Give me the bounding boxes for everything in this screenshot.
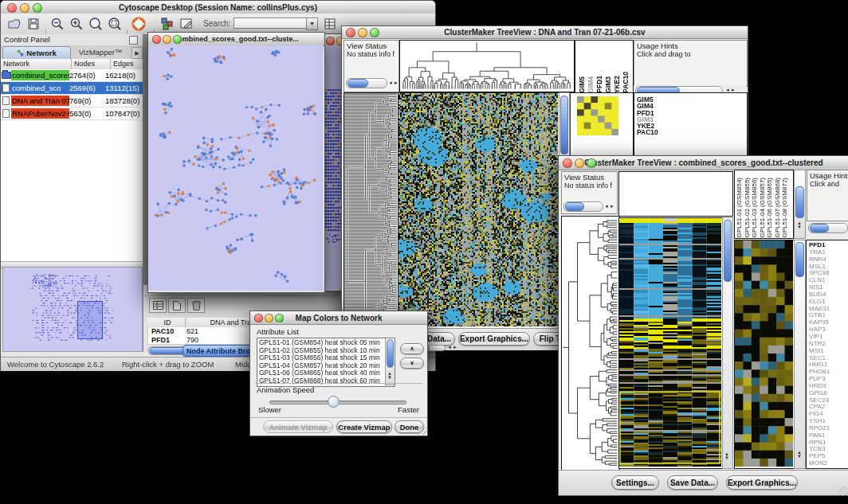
network-list-row[interactable]: DNA and Tran 07769(0)183728(0) — [1, 95, 143, 107]
tv1-heatmap-canvas[interactable] — [398, 93, 558, 326]
tv2-column-label: GPL51-03 (GSM856) — [751, 178, 759, 238]
zoom-window-icon[interactable] — [33, 3, 42, 13]
animation-speed-slider[interactable] — [269, 396, 405, 407]
search-dropdown-icon[interactable]: ▼ — [306, 18, 318, 30]
zoom-window-icon[interactable] — [275, 314, 284, 322]
close-icon[interactable] — [563, 158, 572, 168]
open-icon[interactable] — [6, 15, 23, 33]
tv1-row-dendrogram[interactable] — [344, 92, 399, 329]
minimize-icon[interactable] — [265, 314, 273, 322]
network-list-row[interactable]: combined_scores2764(0)16218(0) — [1, 69, 143, 82]
tv1-zoom-heatmap-canvas[interactable] — [577, 96, 618, 135]
move-up-button[interactable]: ∧ — [400, 343, 424, 354]
zoom-in-icon[interactable] — [68, 15, 85, 33]
network-window-1-title-bar[interactable]: combined_scores_good.txt--cluste... — [148, 33, 324, 46]
scroll-arrows-icon[interactable]: ▲▼ — [724, 452, 729, 460]
tv2-view-status-scrollbar[interactable] — [563, 201, 603, 212]
scroll-arrows-icon[interactable]: ▲▼ — [387, 372, 392, 380]
folder-icon — [1, 72, 11, 79]
dialog-title-bar[interactable]: Map Colors to Network — [250, 311, 427, 325]
annotation-icon[interactable] — [178, 15, 195, 33]
tv1-column-label: PAC10 — [622, 72, 630, 93]
search-input[interactable] — [234, 18, 307, 29]
float-panel-icon[interactable] — [129, 36, 138, 45]
tv2-zoom-vscrollbar[interactable]: ▲▼ — [794, 240, 806, 469]
data-column-id[interactable]: ID — [147, 318, 186, 327]
scroll-arrows-icon[interactable]: ◄► — [388, 80, 399, 85]
data-panel-new-icon[interactable] — [168, 298, 186, 313]
tv2-row-label: MON2 — [809, 460, 848, 467]
tv2-zoom-heatmap-panel[interactable] — [734, 240, 795, 469]
network-list-row[interactable]: RNAPuberNov2+563(0)107847(0) — [1, 107, 143, 120]
tv2-save-data-button[interactable]: Save Data... — [667, 475, 718, 490]
close-icon[interactable] — [7, 3, 17, 13]
tab-overflow-button[interactable]: ▶ — [132, 47, 143, 59]
tv1-export-graphics-button[interactable]: Export Graphics... — [458, 332, 530, 346]
create-vizmap-button[interactable]: Create Vizmap — [336, 420, 392, 433]
zoom-selected-icon[interactable] — [106, 15, 124, 33]
close-icon[interactable] — [152, 35, 161, 44]
birdseye-canvas[interactable] — [3, 268, 140, 350]
tv2-column-labels-scrollbar[interactable]: ▲▼ — [794, 170, 806, 239]
column-header-network[interactable]: Network — [1, 59, 72, 69]
vizmapper-icon[interactable] — [159, 15, 176, 33]
tv2-usage-hints-scrollbar[interactable] — [808, 223, 848, 233]
minimize-icon[interactable] — [358, 28, 367, 37]
treeview-1-title-bar[interactable]: ClusterMaker TreeView : DNA and Tran 07-… — [342, 26, 748, 39]
tv2-heatmap[interactable] — [618, 217, 724, 469]
index-icon[interactable] — [321, 15, 339, 33]
minimize-icon[interactable] — [163, 35, 171, 44]
help-icon[interactable] — [130, 15, 147, 33]
tv1-view-status-scrollbar[interactable] — [346, 78, 387, 88]
tv2-row-dendrogram-canvas[interactable] — [562, 217, 618, 468]
attribute-list-scrollbar[interactable]: ▲▼ — [385, 338, 395, 385]
network-list-row[interactable]: combined_sco2569(6)13112(15) — [1, 82, 143, 95]
tv1-column-dendrogram-canvas[interactable] — [400, 41, 572, 90]
tv2-heatmap-canvas[interactable] — [619, 218, 721, 467]
scroll-arrows-icon[interactable]: ◄► — [604, 204, 615, 209]
zoom-window-icon[interactable] — [173, 35, 182, 44]
column-header-nodes[interactable]: Nodes — [72, 59, 111, 69]
resize-grip[interactable] — [418, 426, 426, 435]
animate-vizmap-button[interactable]: Animate Vizmap — [263, 420, 333, 433]
main-title-bar[interactable]: Cytoscape Desktop (Session Name: collins… — [1, 1, 435, 14]
close-icon[interactable] — [254, 314, 263, 322]
tv2-zoom-heatmap-canvas[interactable] — [735, 240, 793, 467]
birdseye-selection-box[interactable] — [77, 301, 103, 339]
trash-icon[interactable] — [187, 298, 205, 313]
close-icon[interactable] — [326, 37, 335, 45]
attribute-list-item[interactable]: GPL51-07 (GSM868) heat shock 60 min — [257, 377, 395, 385]
tv2-column-dendrogram[interactable] — [618, 171, 733, 217]
scroll-arrows-icon[interactable]: ▲▼ — [797, 221, 802, 229]
close-icon[interactable] — [346, 28, 355, 37]
zoom-out-icon[interactable] — [49, 15, 66, 33]
network-view-1-canvas[interactable] — [148, 45, 323, 291]
save-icon[interactable] — [25, 15, 42, 33]
tv2-row-dendrogram[interactable] — [561, 216, 620, 471]
scroll-arrows-icon[interactable]: ▲▼ — [797, 451, 802, 459]
move-down-button[interactable]: ∨ — [400, 357, 424, 369]
zoom-window-icon[interactable] — [370, 28, 379, 37]
tv1-row-dendrogram-canvas[interactable] — [344, 93, 397, 326]
tab-vizmapper[interactable]: VizMapper™ — [71, 46, 130, 58]
data-panel-table-icon[interactable] — [149, 298, 167, 313]
minimize-icon[interactable] — [20, 3, 29, 13]
tv1-usage-hints-panel: Usage Hints Click and drag to — [634, 40, 748, 87]
treeview-2-title-bar[interactable]: ClusterMaker TreeView : combined_scores_… — [559, 156, 848, 170]
attribute-list[interactable]: GPL51-01 (GSM854) heat shock 05 minGPL51… — [257, 338, 395, 387]
birdseye-view[interactable] — [2, 267, 143, 352]
tv2-export-graphics-button[interactable]: Export Graphics... — [726, 475, 798, 490]
column-header-edges[interactable]: Edges — [111, 59, 143, 69]
tv2-heatmap-vscrollbar[interactable]: ▲▼ — [722, 217, 733, 469]
control-panel-title: Control Panel — [4, 35, 50, 44]
tv1-column-dendrogram[interactable] — [399, 40, 575, 92]
scroll-arrows-icon[interactable]: ◄► — [447, 345, 458, 350]
tv2-settings-button[interactable]: Settings... — [611, 475, 659, 490]
slider-thumb[interactable] — [328, 396, 340, 408]
minimize-icon[interactable] — [575, 158, 584, 168]
resize-grip[interactable] — [839, 486, 848, 495]
zoom-fit-icon[interactable] — [87, 15, 104, 33]
zoom-window-icon[interactable] — [587, 158, 596, 168]
tv1-heatmap[interactable] — [398, 92, 560, 329]
tab-network[interactable]: Network — [2, 46, 71, 60]
